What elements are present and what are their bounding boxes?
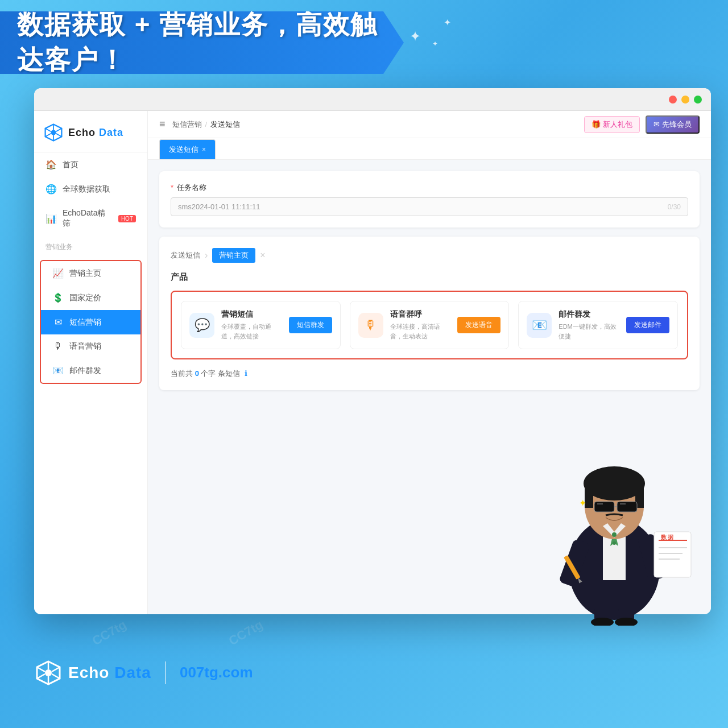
breadcrumb-current: 发送短信 [210,119,240,130]
count-suffix: 条短信 [218,369,240,378]
sub-tab-separator2: × [260,250,265,260]
task-name-label-text: 任务名称 [177,183,206,192]
info-icon: ℹ [245,369,247,378]
nav-country-pricing-label: 国家定价 [69,293,101,303]
svg-line-7 [46,134,51,136]
sms-product-desc: 全球覆盖，自动通道，高效链接 [221,322,282,341]
breadcrumb: ≡ 短信营销 / 发送短信 [159,118,240,130]
email-product-btn[interactable]: 发送邮件 [626,317,669,333]
section-title-product: 产品 [171,272,688,283]
sub-tab-separator: › [205,250,208,260]
email-product-icon: 📧 [527,313,552,338]
svg-text:✦: ✦ [579,498,586,508]
btn-gift-label: 新人礼包 [603,119,632,130]
sms-product-btn[interactable]: 短信群发 [289,317,332,333]
email-product-info: 邮件群发 EDM一键群发，高效便捷 [559,309,619,341]
btn-gift[interactable]: 🎁 新人礼包 [584,116,640,133]
page-tabs: 发送短信 × [148,138,711,160]
count-prefix: 当前共 [171,369,193,378]
dot-green[interactable] [694,96,702,104]
svg-point-40 [45,669,52,676]
nav-home-label: 首页 [63,160,78,170]
svg-point-1 [51,130,56,135]
nav-email-label: 邮件群发 [69,366,101,376]
logo-icon [43,122,64,143]
email-icon: 📧 [52,365,64,376]
banner-title: 数据获取 + 营销业务，高效触达客户！ [17,7,404,78]
nav-item-global-data[interactable]: 🌐 全球数据获取 [34,177,147,201]
sub-tab-send[interactable]: 发送短信 [171,250,200,260]
logo-text: Echo Data [68,127,123,139]
dot-red[interactable] [669,96,677,104]
nav-item-home[interactable]: 🏠 首页 [34,152,147,177]
count-unit: 个字 [201,369,216,378]
task-name-count: 0/30 [668,203,681,211]
footer-url: 007tg.com [180,664,253,681]
echodata-icon: 📊 [46,213,57,224]
btn-pioneer-label: 先锋会员 [662,119,692,130]
character-illustration: 数 据 ✦ [529,387,700,626]
svg-line-5 [56,134,62,136]
nav-item-echodata[interactable]: 📊 EchoData精筛 HOT [34,201,147,235]
home-icon: 🏠 [46,159,57,170]
star-decoration-3: ✦ [432,40,438,48]
topbar-actions: 🎁 新人礼包 ✉ 先锋会员 [584,115,700,134]
star-decoration-2: ✦ [444,17,451,28]
email-product-name: 邮件群发 [559,309,619,320]
gift-icon: 🎁 [592,120,601,129]
voice-icon-glyph: 🎙 [365,318,377,333]
svg-text:数: 数 [660,534,667,540]
task-name-label: * 任务名称 [171,183,688,193]
tab-close-icon[interactable]: × [202,146,206,154]
voice-product-btn[interactable]: 发送语音 [457,317,500,333]
svg-line-4 [46,129,51,131]
count-number: 0 [195,369,199,378]
nav-item-email-group[interactable]: 📧 邮件群发 [41,358,140,383]
svg-line-6 [56,129,62,131]
mic-icon: 🎙 [52,341,64,351]
footer-logo-area: Echo Data [34,659,151,687]
tab-label: 发送短信 [169,144,198,155]
dot-yellow[interactable] [681,96,689,104]
tab-send-sms[interactable]: 发送短信 × [159,139,216,159]
sub-tab-active[interactable]: 营销主页 [212,248,255,263]
nav-marketing-home-label: 营销主页 [69,268,101,279]
svg-line-46 [37,674,45,679]
sidebar: Echo Data 🏠 首页 🌐 全球数据获取 📊 EchoData精筛 HOT… [34,111,148,614]
sms-product-info: 营销短信 全球覆盖，自动通道，高效链接 [221,309,282,341]
footer-brand-text: Echo Data [68,664,151,682]
nav-group-marketing: 📈 营销主页 💲 国家定价 ✉ 短信营销 🎙 语音营销 📧 邮件群发 [40,260,142,384]
voice-product-desc: 全球连接，高清语音，生动表达 [390,322,451,341]
form-section-product: 发送短信 › 营销主页 × 产品 💬 [159,237,700,390]
nav-item-marketing-home[interactable]: 📈 营销主页 [41,261,140,286]
nav-item-sms-marketing[interactable]: ✉ 短信营销 [41,310,140,334]
nav-voice-label: 语音营销 [69,341,101,351]
svg-line-43 [37,667,45,672]
required-star: * [171,183,173,192]
bottom-footer: Echo Data 007tg.com [0,617,728,728]
btn-pioneer[interactable]: ✉ 先锋会员 [646,115,700,134]
star-decoration-1: ✦ [410,28,421,44]
nav-item-country-pricing[interactable]: 💲 国家定价 [41,286,140,310]
footer-divider [165,661,166,684]
svg-rect-15 [594,502,614,512]
banner-arrow: 数据获取 + 营销业务，高效触达客户！ [0,11,404,74]
top-banner: 数据获取 + 营销业务，高效触达客户！ ✦ ✦ ✦ [0,0,728,91]
task-name-input[interactable]: sms2024-01-01 11:11:11 0/30 [171,197,688,216]
chart-icon: 📈 [52,268,64,279]
breadcrumb-root: 短信营销 [172,119,202,130]
product-card-voice: 🎙 语音群呼 全球连接，高清语音，生动表达 发送语音 [350,301,510,349]
product-card-sms: 💬 营销短信 全球覆盖，自动通道，高效链接 短信群发 [181,301,341,349]
sms-icon: ✉ [52,317,64,328]
svg-text:据: 据 [667,534,674,540]
email-icon-glyph: 📧 [532,318,547,333]
sub-tabs: 发送短信 › 营销主页 × [171,248,688,263]
menu-icon: ≡ [159,118,166,130]
pioneer-icon: ✉ [653,120,660,129]
sms-product-icon: 💬 [189,313,214,338]
voice-product-name: 语音群呼 [390,309,451,320]
logo-area: Echo Data [34,111,147,152]
nav-item-voice-marketing[interactable]: 🎙 语音营销 [41,334,140,358]
svg-point-36 [612,532,617,537]
topbar: ≡ 短信营销 / 发送短信 🎁 新人礼包 ✉ 先锋会员 [148,111,711,138]
